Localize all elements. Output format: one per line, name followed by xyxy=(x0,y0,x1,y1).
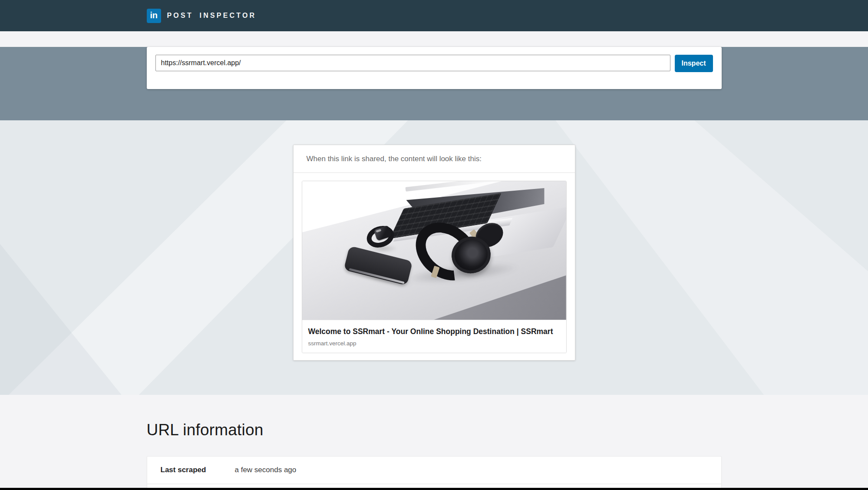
linkedin-logo-icon: in xyxy=(147,9,161,23)
url-information-section: URL information Last scraped a few secon… xyxy=(0,395,868,490)
app-title: POST INSPECTOR xyxy=(167,12,257,20)
table-row-last-scraped: Last scraped a few seconds ago xyxy=(147,457,721,483)
link-preview-domain: ssrmart.vercel.app xyxy=(308,340,560,347)
preview-section: When this link is shared, the content wi… xyxy=(0,120,868,395)
screen-bottom-edge xyxy=(0,488,868,490)
post-inspector-page: in POST INSPECTOR Inspect When this link… xyxy=(0,0,868,490)
row-value: a few seconds ago xyxy=(235,466,297,474)
link-preview-image xyxy=(302,181,566,320)
app-header: in POST INSPECTOR xyxy=(0,0,868,31)
url-information-heading: URL information xyxy=(147,395,722,439)
link-preview-title: Welcome to SSRmart - Your Online Shoppin… xyxy=(308,325,558,338)
brand-home-link[interactable]: in POST INSPECTOR xyxy=(147,9,722,23)
share-preview-body: Welcome to SSRmart - Your Online Shoppin… xyxy=(294,173,575,360)
linkedin-logo-text: in xyxy=(150,11,158,20)
inspect-button[interactable]: Inspect xyxy=(675,55,713,72)
share-preview-heading: When this link is shared, the content wi… xyxy=(294,145,575,173)
url-input[interactable] xyxy=(155,55,670,71)
link-preview-card[interactable]: Welcome to SSRmart - Your Online Shoppin… xyxy=(302,181,567,353)
url-information-table: Last scraped a few seconds ago Fetched U… xyxy=(147,456,722,490)
inspect-toolbar: Inspect xyxy=(147,47,722,89)
inspect-band: Inspect xyxy=(0,47,868,120)
link-preview-meta: Welcome to SSRmart - Your Online Shoppin… xyxy=(302,320,566,353)
share-preview-panel: When this link is shared, the content wi… xyxy=(293,145,575,361)
row-label: Last scraped xyxy=(161,466,235,474)
